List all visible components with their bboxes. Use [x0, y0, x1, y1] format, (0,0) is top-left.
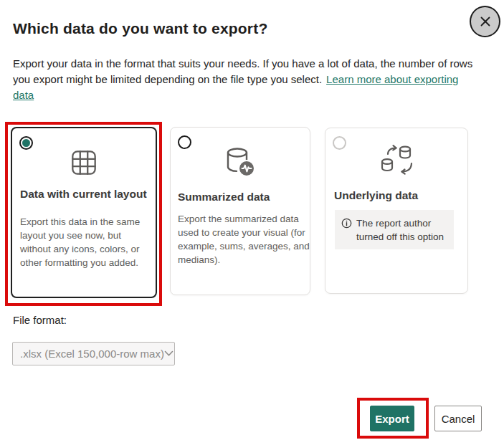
export-button[interactable]: Export [370, 406, 414, 431]
cancel-button[interactable]: Cancel [434, 406, 482, 431]
export-dialog: Which data do you want to export? Export… [0, 0, 504, 440]
dialog-title: Which data do you want to export? [13, 20, 267, 37]
disabled-option-notice: The report author turned off this option [335, 210, 454, 249]
option-description: Export this data in the same layout you … [20, 215, 152, 269]
close-button[interactable] [470, 6, 500, 37]
option-card-underlying-data[interactable]: Underlying data The report author turned… [325, 128, 468, 294]
dialog-description: Export your data in the format that suit… [13, 56, 482, 103]
option-description: Export the summarized data used to creat… [178, 212, 311, 267]
table-grid-icon [12, 149, 156, 176]
option-card-data-with-current-layout[interactable]: Data with current layout Export this dat… [11, 127, 157, 298]
file-format-label: File format: [13, 314, 67, 326]
option-title: Data with current layout [20, 188, 151, 201]
close-icon [478, 14, 493, 29]
file-format-dropdown[interactable]: .xlsx (Excel 150,000-row max) [12, 342, 175, 365]
radio-selected-dot [22, 139, 30, 147]
file-format-value: .xlsx (Excel 150,000-row max) [20, 348, 164, 360]
option-title: Underlying data [334, 189, 463, 202]
option-title: Summarized data [178, 191, 305, 204]
radio-data-with-current-layout[interactable] [19, 136, 33, 150]
notice-text: The report author turned off this option [356, 216, 448, 244]
database-sync-icon [325, 143, 467, 176]
option-card-summarized-data[interactable]: Summarized data Export the summarized da… [170, 127, 310, 295]
chevron-down-icon [164, 350, 173, 357]
database-pulse-icon [171, 145, 310, 180]
info-icon [341, 218, 352, 229]
